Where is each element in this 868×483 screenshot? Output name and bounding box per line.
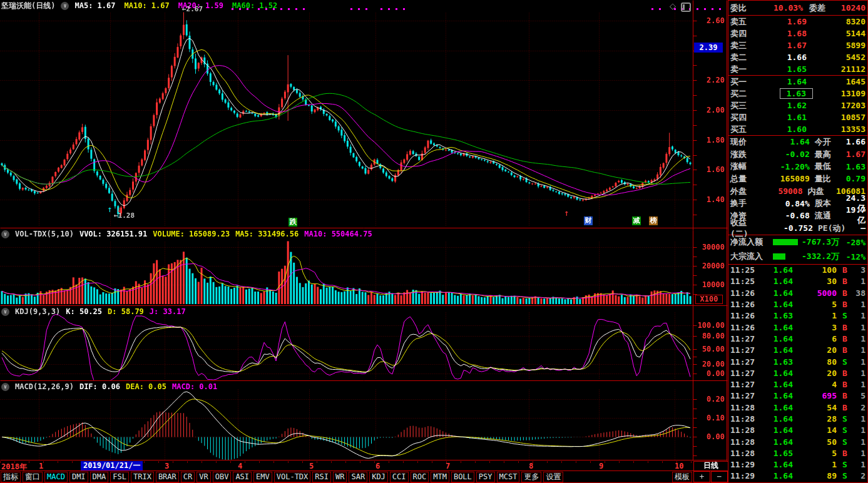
tick-time: 11:28 <box>730 414 758 424</box>
signal-dot-icon <box>396 8 397 10</box>
order-queue-row[interactable]: 买四1.6110857 <box>728 111 867 123</box>
vol-header-value: VOLUME: 165089.23 <box>153 229 230 239</box>
tick-row: 11:271.646B1 <box>728 333 867 344</box>
kdj-axis-label: 100.00 <box>694 322 725 329</box>
signal-dot-icon <box>247 8 248 10</box>
toolbar-button-trix[interactable]: TRIX <box>131 472 154 482</box>
tick-count: 1 <box>853 334 865 343</box>
tick-time: 11:27 <box>730 380 758 389</box>
volume-axis-label: 30000 <box>694 243 725 251</box>
event-badge[interactable]: 跌 <box>288 218 297 226</box>
toolbar-button-wr[interactable]: WR <box>333 472 347 482</box>
period-label[interactable]: 日线 <box>693 461 728 471</box>
toolbar-button-设置[interactable]: 设置 <box>543 472 563 482</box>
toolbar-button-dmi[interactable]: DMI <box>69 472 88 482</box>
collapse-chevron-icon[interactable]: ∨ <box>1 383 9 391</box>
quote-panel: 委比 10.03% 委差 10240 卖五1.698320卖四1.685144卖… <box>728 0 868 483</box>
order-queue-row[interactable]: 买二1.6313109 <box>728 88 867 99</box>
tick-price: 1.64 <box>758 323 793 332</box>
price-axis-label: 1.40 <box>694 196 725 203</box>
signal-dot-icon <box>659 8 661 10</box>
toolbar-button-kdj[interactable]: KDJ <box>369 472 388 482</box>
order-queue-row[interactable]: 卖四1.685144 <box>728 28 867 39</box>
zoom-out-button[interactable]: − <box>711 471 728 482</box>
price-axis-label: 2.20 <box>694 76 725 84</box>
tick-count: 1 <box>853 414 865 424</box>
toolbar-button-dma[interactable]: DMA <box>90 472 109 482</box>
tick-volume: 20 <box>793 369 837 378</box>
signal-dot-icon <box>303 8 305 10</box>
template-button[interactable]: 模板 <box>672 472 692 482</box>
queue-price-value: 1.67 <box>787 41 807 50</box>
toolbar-button-更多[interactable]: 更多 <box>521 472 541 482</box>
stat-label: 涨跌 <box>730 149 762 160</box>
tick-row: 11:261.631S1 <box>728 310 867 322</box>
event-badge[interactable]: 减 <box>632 216 641 225</box>
tick-count: 1 <box>853 425 865 435</box>
toolbar-button-emv[interactable]: EMV <box>253 472 272 482</box>
tick-side: B <box>837 288 853 298</box>
toolbar-button-mtm[interactable]: MTM <box>431 472 449 482</box>
toolbar-button-roc[interactable]: ROC <box>411 472 429 482</box>
order-queue-row[interactable]: 买三1.6217203 <box>728 99 867 111</box>
toolbar-button-vol-tdx[interactable]: VOL-TDX <box>274 472 311 482</box>
tick-volume: 1 <box>793 311 837 320</box>
order-queue-row[interactable]: 买一1.641645 <box>728 76 867 88</box>
toolbar-button-brar[interactable]: BRAR <box>156 472 179 482</box>
queue-price: 1.69 <box>765 17 807 26</box>
toolbar-button-cci[interactable]: CCI <box>390 472 409 482</box>
trading-app-window: 坚瑞沃能(日线) ∨ MA5: 1.67MA10: 1.67MA20: 1.59… <box>0 0 868 483</box>
toolbar-button-rsi[interactable]: RSI <box>312 472 331 482</box>
tick-price: 1.63 <box>758 311 793 320</box>
sell-queue[interactable]: 卖五1.698320卖四1.685144卖三1.675899卖二1.665452… <box>728 16 867 75</box>
signal-dot-icon <box>265 8 267 10</box>
toolbar-button-obv[interactable]: OBV <box>213 472 232 482</box>
timeline-month-label: 7 <box>446 462 450 470</box>
order-queue-row[interactable]: 卖一1.6521112 <box>728 63 867 75</box>
toolbar-button-vr[interactable]: VR <box>197 472 210 482</box>
signal-dot-icon <box>232 8 233 10</box>
buy-queue[interactable]: 买一1.641645买二1.6313109买三1.6217203买四1.6110… <box>728 76 867 135</box>
toolbar-button-指标[interactable]: 指标 <box>1 472 21 482</box>
event-badge[interactable]: 榜 <box>649 216 658 225</box>
tick-time: 11:27 <box>730 369 758 378</box>
queue-price: 1.63 <box>765 89 807 98</box>
tick-side: S <box>837 414 853 424</box>
zoom-in-button[interactable]: + <box>693 471 710 482</box>
panel-split-icon[interactable] <box>681 3 691 12</box>
tick-side: S <box>837 460 853 469</box>
order-queue-row[interactable]: 卖二1.665452 <box>728 51 867 63</box>
kdj-pane-header: ∨KDJ(9,3,3)K: 50.25D: 58.79J: 33.17 <box>1 307 186 317</box>
toolbar-button-mcst[interactable]: MCST <box>497 472 520 482</box>
peak-price-label: ←2.67 <box>182 5 203 13</box>
toolbar-button-asi[interactable]: ASI <box>233 472 252 482</box>
volume-axis-label: 20000 <box>694 262 725 270</box>
collapse-chevron-icon[interactable]: ∨ <box>1 308 9 316</box>
diamond-icon[interactable]: ◇ <box>670 1 676 11</box>
collapse-chevron-icon[interactable]: ∨ <box>1 230 9 238</box>
tick-side: S <box>837 471 853 480</box>
queue-price-value: 1.60 <box>787 125 807 134</box>
order-queue-row[interactable]: 卖三1.675899 <box>728 39 867 51</box>
selected-date-highlight[interactable]: 2019/01/21/一 <box>81 461 143 470</box>
stat-label: 换手 <box>730 198 762 209</box>
toolbar-button-窗口[interactable]: 窗口 <box>23 472 43 482</box>
toolbar-button-macd[interactable]: MACD <box>44 472 68 482</box>
queue-label: 卖二 <box>730 52 765 63</box>
order-queue-row[interactable]: 卖五1.698320 <box>728 16 867 28</box>
toolbar-button-boll[interactable]: BOLL <box>451 472 474 482</box>
collapse-chevron-icon[interactable]: ∨ <box>61 2 69 10</box>
toolbar-button-cr[interactable]: CR <box>181 472 195 482</box>
toolbar-button-fsl[interactable]: FSL <box>110 472 129 482</box>
cursor-price-marker: 2.39 <box>694 43 723 53</box>
tick-price: 1.64 <box>758 265 793 275</box>
timeline-axis[interactable]: 2018年 2019/01/21/一 1345678910 <box>0 461 693 470</box>
order-queue-row[interactable]: 买五1.6013353 <box>728 123 867 135</box>
tick-trade-list[interactable]: 11:251.64100B311:251.6430B111:261.645000… <box>728 265 867 482</box>
event-badge[interactable]: 财 <box>584 216 593 225</box>
queue-label: 卖三 <box>730 40 765 51</box>
toolbar-button-psy[interactable]: PSY <box>476 472 495 482</box>
tick-price: 1.64 <box>758 391 793 400</box>
queue-volume: 5452 <box>807 53 865 62</box>
toolbar-button-sar[interactable]: SAR <box>349 472 367 482</box>
